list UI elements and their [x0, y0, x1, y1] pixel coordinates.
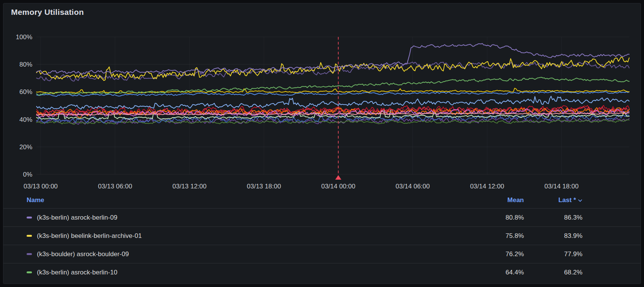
legend-series-toggle[interactable]: (k3s-berlin) asrock-berlin-10: [27, 269, 478, 276]
chevron-down-icon: [578, 199, 582, 202]
y-axis-tick-label: 20%: [19, 144, 32, 151]
series-last-value: 77.9%: [524, 250, 582, 258]
legend-header-row: Name Mean Last *: [3, 192, 641, 208]
y-axis-tick-label: 0%: [23, 171, 32, 178]
annotation-marker-triangle[interactable]: [335, 175, 341, 180]
y-axis-tick-label: 40%: [19, 116, 32, 123]
legend-row: (k3s-berlin) beelink-berlin-archive-01 7…: [3, 226, 641, 245]
x-axis-tick-label: 03/14 12:00: [470, 183, 504, 190]
series-name: (k3s-berlin) beelink-berlin-archive-01: [37, 232, 142, 240]
series-lines: [36, 43, 629, 124]
series-name: (k3s-berlin) asrock-berlin-09: [37, 214, 117, 222]
series-mean-value: 76.2%: [478, 250, 524, 258]
x-axis-tick-label: 03/13 12:00: [172, 183, 206, 190]
legend-series-toggle[interactable]: (k3s-berlin) beelink-berlin-archive-01: [27, 232, 478, 240]
legend-header-mean[interactable]: Mean: [478, 196, 524, 204]
series-last-value: 68.2%: [524, 269, 582, 276]
x-axis-tick-label: 03/13 06:00: [98, 183, 132, 190]
series-last-value: 83.9%: [524, 232, 582, 240]
y-axis-tick-label: 100%: [16, 33, 32, 41]
memory-utilisation-panel: Memory Utilisation 0%20%40%60%80%100%03/…: [3, 3, 641, 284]
x-axis-tick-label: 03/13 18:00: [247, 183, 281, 190]
grid-lines: [36, 37, 629, 174]
legend-table: Name Mean Last * (k3s-berlin) asrock-ber…: [3, 192, 641, 281]
time-series-plot[interactable]: 0%20%40%60%80%100%03/13 00:0003/13 06:00…: [3, 3, 641, 194]
series-mean-value: 64.4%: [478, 269, 524, 276]
legend-row: (k3s-boulder) asrock-boulder-09 76.2% 77…: [3, 245, 641, 263]
legend-series-toggle[interactable]: (k3s-berlin) asrock-berlin-09: [27, 214, 478, 222]
x-axis-tick-label: 03/14 06:00: [396, 183, 430, 190]
series-line--k3s-berlin-asrock-berlin-09: [36, 43, 629, 74]
time-series-chart-svg: 0%20%40%60%80%100%03/13 00:0003/13 06:00…: [3, 3, 641, 194]
series-color-swatch: [27, 217, 32, 218]
x-axis-tick-label: 03/14 00:00: [321, 183, 355, 190]
legend-series-toggle[interactable]: (k3s-boulder) asrock-boulder-09: [27, 250, 478, 258]
y-axis-tick-label: 60%: [19, 88, 32, 96]
y-axis-tick-label: 80%: [19, 61, 32, 68]
series-name: (k3s-berlin) asrock-berlin-10: [37, 269, 117, 276]
series-line: [36, 96, 629, 110]
series-mean-value: 80.8%: [478, 214, 524, 222]
series-color-swatch: [27, 253, 32, 255]
series-color-swatch: [27, 271, 32, 273]
legend-row: (k3s-berlin) asrock-berlin-09 80.8% 86.3…: [3, 208, 641, 226]
series-line--k3s-berlin-beelink-berlin-archive-01: [36, 57, 629, 80]
series-last-value: 86.3%: [524, 214, 582, 222]
legend-row: (k3s-berlin) asrock-berlin-10 64.4% 68.2…: [3, 263, 641, 281]
x-axis-tick-label: 03/14 18:00: [544, 183, 579, 190]
series-color-swatch: [27, 235, 32, 237]
series-line: [36, 92, 629, 96]
x-axis-tick-label: 03/13 00:00: [24, 183, 58, 190]
legend-header-name[interactable]: Name: [27, 196, 478, 204]
legend-header-last-label: Last *: [558, 196, 576, 204]
series-name: (k3s-boulder) asrock-boulder-09: [37, 250, 129, 258]
series-mean-value: 75.8%: [478, 232, 524, 240]
legend-header-last[interactable]: Last *: [524, 196, 582, 204]
